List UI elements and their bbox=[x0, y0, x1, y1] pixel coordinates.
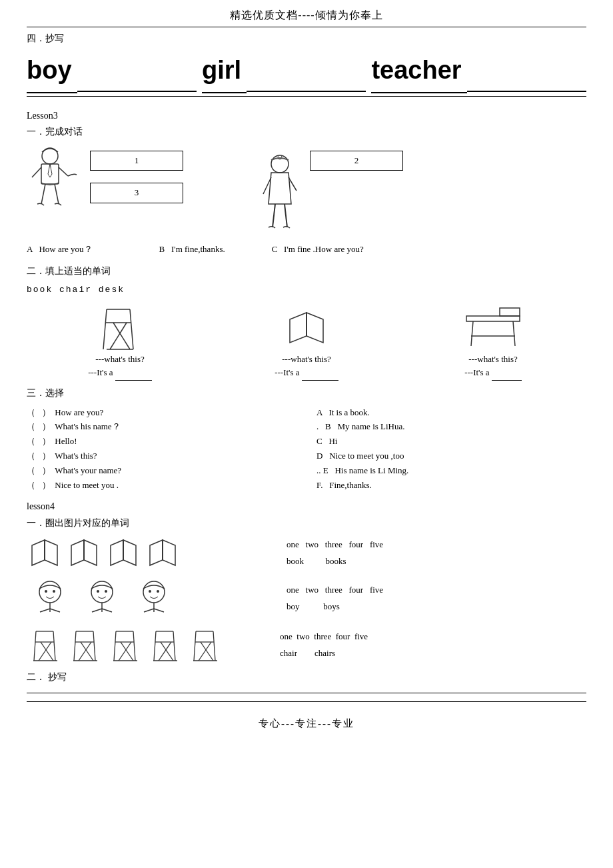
l4-chair-icons bbox=[27, 626, 267, 665]
select-q5: （ ） What's your name? bbox=[27, 464, 297, 478]
svg-line-69 bbox=[194, 631, 196, 661]
dialog-boxes-left: 1 3 bbox=[90, 151, 183, 204]
copy-word-boy: boy bbox=[27, 50, 77, 93]
page-footer: 专心---专注---专业 bbox=[27, 715, 586, 731]
copy-word-teacher: teacher bbox=[371, 50, 466, 93]
svg-line-67 bbox=[161, 642, 173, 661]
l4-chair-num-row: one two three four five bbox=[280, 630, 368, 644]
svg-line-55 bbox=[114, 631, 116, 661]
svg-point-31 bbox=[53, 590, 55, 593]
select-right: A It is a book. . B My name is LiHua. C … bbox=[316, 405, 586, 493]
select-a6: F. Fine,thanks. bbox=[316, 479, 586, 493]
l4-boy-num-row: one two three four five bbox=[287, 583, 383, 597]
svg-line-5 bbox=[55, 184, 59, 204]
svg-rect-24 bbox=[500, 308, 520, 316]
select-section: （ ） How are you? （ ） What's his name？ （ … bbox=[27, 405, 586, 493]
svg-line-17 bbox=[113, 323, 130, 349]
l4-chair-word-row: chair chairs bbox=[280, 647, 368, 661]
svg-line-48 bbox=[74, 631, 76, 661]
svg-point-30 bbox=[45, 590, 47, 593]
svg-line-11 bbox=[285, 204, 287, 227]
item-book-q2: ---It's a bbox=[275, 366, 338, 381]
header-divider bbox=[27, 27, 586, 27]
svg-point-38 bbox=[149, 590, 151, 593]
svg-line-63 bbox=[173, 631, 175, 661]
dialog-left: 1 3 bbox=[27, 144, 183, 237]
item-book-q1: ---what's this? bbox=[282, 353, 330, 367]
l4-row-books: one two three four five book books bbox=[27, 535, 586, 571]
svg-line-41 bbox=[34, 631, 36, 661]
svg-line-53 bbox=[81, 642, 93, 661]
lesson3-section2-title: 二．填上适当的单词 bbox=[27, 264, 586, 279]
svg-point-35 bbox=[105, 590, 107, 593]
l4-chair-numbers: one two three four five chair chairs bbox=[280, 630, 368, 661]
item-book: ---what's this? ---It's a bbox=[213, 303, 400, 381]
svg-line-73 bbox=[199, 642, 211, 661]
dialog-box-2: 2 bbox=[310, 151, 403, 171]
dialog-box-3: 3 bbox=[90, 183, 183, 203]
copy-word-girl: girl bbox=[202, 50, 247, 93]
svg-line-10 bbox=[273, 204, 275, 227]
select-a5: .. E His name is Li Ming. bbox=[316, 464, 586, 478]
l4-book-icons bbox=[27, 535, 267, 571]
svg-line-62 bbox=[154, 631, 156, 661]
select-a3: C Hi bbox=[316, 435, 586, 449]
svg-rect-20 bbox=[466, 316, 520, 321]
select-a1: A It is a book. bbox=[316, 406, 586, 420]
svg-line-49 bbox=[93, 631, 95, 661]
girl-figure bbox=[257, 151, 303, 237]
lesson3-section3-title: 三．选择 bbox=[27, 386, 586, 401]
l4-book-num-row: one two three four five bbox=[287, 538, 383, 552]
copy-line-1 bbox=[27, 693, 586, 693]
copy-words-row: boy girl teacher bbox=[27, 50, 586, 93]
select-q1: （ ） How are you? bbox=[27, 406, 297, 420]
select-q4: （ ） What's this? bbox=[27, 449, 297, 463]
svg-line-22 bbox=[513, 321, 515, 346]
select-a4: D Nice to meet you ,too bbox=[316, 449, 586, 463]
item-desk: ---what's this? ---It's a bbox=[400, 303, 586, 381]
lesson4-section2-title: 二． 抄写 bbox=[27, 670, 586, 685]
svg-line-4 bbox=[41, 184, 45, 204]
l4-book-numbers: one two three four five book books bbox=[287, 538, 383, 569]
copy-underline bbox=[27, 96, 586, 97]
dialog-boxes-right: 2 bbox=[310, 151, 403, 171]
lesson3-section1-title: 一．完成对话 bbox=[27, 125, 586, 139]
dialog-box-1: 1 bbox=[90, 151, 183, 171]
dialog-label-b: B I'm fine,thanks. bbox=[159, 243, 225, 257]
page-header: 精选优质文档----倾情为你奉上 bbox=[27, 7, 586, 24]
l4-boy-icons bbox=[27, 575, 267, 622]
svg-line-16 bbox=[110, 323, 127, 349]
header-title: 精选优质文档----倾情为你奉上 bbox=[230, 9, 382, 21]
l4-row-boys: one two three four five boy boys bbox=[27, 575, 586, 622]
svg-point-29 bbox=[39, 581, 61, 603]
dialog-right: 2 bbox=[257, 144, 403, 237]
select-q6: （ ） Nice to meet you . bbox=[27, 479, 297, 493]
l4-boy-word-row: boy boys bbox=[287, 600, 383, 614]
item-chair: ---what's this? ---It's a bbox=[27, 303, 213, 381]
svg-line-66 bbox=[159, 642, 171, 661]
svg-line-42 bbox=[53, 631, 55, 661]
svg-line-52 bbox=[79, 642, 91, 661]
svg-line-59 bbox=[119, 642, 131, 661]
boy-figure bbox=[27, 144, 83, 224]
svg-line-56 bbox=[133, 631, 135, 661]
svg-line-46 bbox=[41, 642, 53, 661]
lesson4-title: lesson4 bbox=[27, 499, 586, 514]
svg-line-60 bbox=[121, 642, 133, 661]
l4-boy-numbers: one two three four five boy boys bbox=[287, 583, 383, 614]
footer-text: 专心---专注---专业 bbox=[259, 718, 354, 729]
select-a2: . B My name is LiHua. bbox=[316, 420, 586, 434]
items-row: ---what's this? ---It's a ---what's this… bbox=[27, 303, 586, 381]
svg-line-12 bbox=[103, 309, 107, 349]
item-desk-q1: ---what's this? bbox=[468, 353, 517, 367]
svg-line-74 bbox=[201, 642, 213, 661]
fill-word-list: book chair desk bbox=[27, 283, 586, 297]
svg-line-2 bbox=[32, 167, 41, 177]
dialog-section: 1 3 bbox=[27, 144, 586, 237]
svg-line-45 bbox=[39, 642, 51, 661]
svg-point-34 bbox=[97, 590, 99, 593]
svg-point-37 bbox=[143, 581, 165, 603]
dialog-label-c: C I'm fine .How are you? bbox=[272, 243, 364, 257]
item-chair-q1: ---what's this? bbox=[95, 353, 144, 367]
section4-title: 四．抄写 bbox=[27, 31, 586, 46]
